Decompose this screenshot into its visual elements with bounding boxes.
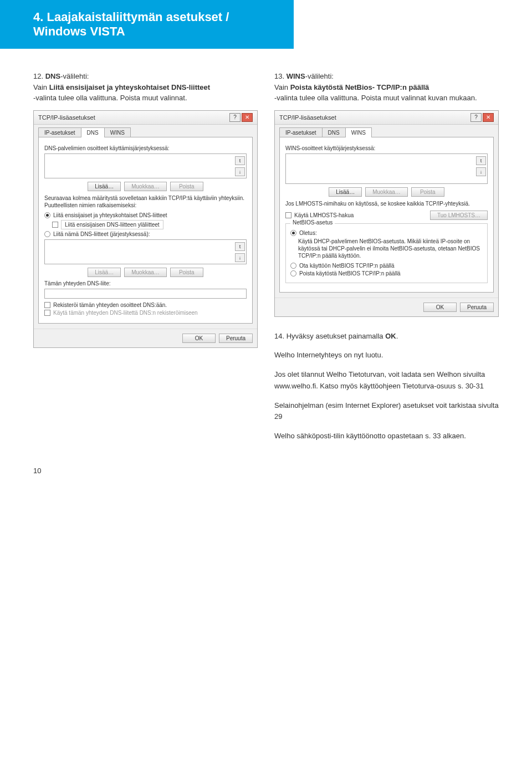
default-desc: Käytä DHCP-palvelimen NetBIOS-asetusta. … — [298, 238, 483, 259]
move-down-icon[interactable]: ↓ — [476, 167, 486, 176]
follow-up-text: 14. Hyväksy asetukset painamalla OK. Wel… — [274, 331, 499, 443]
dns-suffix-label: Tämän yhteyden DNS-liite: — [44, 280, 247, 286]
dns-dialog: TCP/IP-lisäasetukset ? ✕ IP-asetukset DN… — [33, 110, 258, 348]
wins-addresses-label: WINS-osoitteet käyttöjärjestyksessä: — [285, 145, 488, 151]
netbios-group: NetBIOS-asetus Oletus: Käytä DHCP-palvel… — [285, 223, 488, 283]
radio-default[interactable] — [290, 230, 296, 236]
radio-enable-netbios[interactable] — [290, 263, 296, 269]
dns-servers-listbox[interactable]: t ↓ — [44, 153, 247, 178]
dns-suffix-listbox[interactable]: t ↓ — [44, 239, 247, 264]
radio-primary-dns[interactable] — [44, 212, 50, 218]
add-button[interactable]: Lisää… — [88, 182, 121, 191]
close-icon[interactable]: ✕ — [242, 113, 253, 122]
tab-ip-asetukset[interactable]: IP-asetukset — [38, 127, 81, 137]
dns-label: DNS — [45, 72, 60, 80]
left-column: 12. DNS-välilehti: Vain Liitä ensisijais… — [33, 71, 258, 450]
tab-wins[interactable]: WINS — [345, 127, 372, 137]
tab-wins[interactable]: WINS — [104, 127, 131, 137]
step-num: 12. — [33, 72, 45, 80]
step-13-text: 13. WINS-välilehti: Vain Poista käytöstä… — [274, 71, 499, 104]
help-icon[interactable]: ? — [470, 113, 482, 122]
edit-button[interactable]: Muokkaa… — [365, 187, 408, 197]
radio-disable-netbios[interactable] — [290, 270, 296, 276]
check-register-dns[interactable] — [44, 302, 50, 308]
check-use-suffix-dns[interactable] — [44, 310, 50, 316]
wins-label: WINS — [287, 72, 305, 80]
ok-button[interactable]: OK — [182, 334, 216, 343]
remove-button[interactable]: Poista — [170, 182, 203, 191]
tab-dns[interactable]: DNS — [322, 127, 346, 137]
tab-ip-asetukset[interactable]: IP-asetukset — [279, 127, 323, 137]
move-up-icon[interactable]: t — [476, 156, 486, 165]
help-icon[interactable]: ? — [229, 113, 241, 122]
edit-button[interactable]: Muokkaa… — [124, 268, 167, 277]
check-lmhosts[interactable] — [285, 212, 291, 218]
dns-servers-label: DNS-palvelimien osoitteet käyttämisjärje… — [44, 145, 247, 151]
edit-button[interactable]: Muokkaa… — [124, 182, 167, 191]
page-heading: 4. Laajakaistaliittymän asetukset / Wind… — [0, 0, 294, 49]
cancel-button[interactable]: Peruuta — [219, 334, 253, 343]
page-number: 10 — [0, 450, 532, 475]
lmhosts-para: Jos LMHOSTS-nimihaku on käytössä, se kos… — [285, 200, 488, 207]
move-up-icon[interactable]: t — [235, 242, 245, 251]
remove-button[interactable]: Poista — [170, 268, 203, 277]
dialog-title: TCP/IP-lisäasetukset — [38, 114, 229, 121]
wins-dialog: TCP/IP-lisäasetukset ? ✕ IP-asetukset DN… — [274, 110, 499, 317]
import-lmhosts-button[interactable]: Tuo LMHOSTS… — [430, 211, 488, 220]
remove-button[interactable]: Poista — [411, 187, 444, 197]
wins-listbox[interactable]: t ↓ — [285, 153, 488, 184]
right-column: 13. WINS-välilehti: Vain Poista käytöstä… — [274, 71, 499, 450]
step-12-text: 12. DNS-välilehti: Vain Liitä ensisijais… — [33, 71, 258, 104]
dns-para: Seuraavaa kolmea määritystä sovelletaan … — [44, 194, 247, 209]
dns-suffix-input[interactable] — [44, 289, 247, 299]
move-down-icon[interactable]: ↓ — [235, 167, 245, 176]
ok-button[interactable]: OK — [423, 303, 457, 312]
add-button[interactable]: Lisää… — [329, 187, 362, 197]
add-button[interactable]: Lisää… — [88, 268, 121, 277]
cancel-button[interactable]: Peruuta — [460, 303, 494, 312]
move-down-icon[interactable]: ↓ — [235, 253, 245, 262]
check-parent-suffixes[interactable] — [52, 222, 58, 228]
move-up-icon[interactable]: t — [235, 156, 245, 165]
radio-append-these[interactable] — [44, 231, 50, 237]
tab-dns[interactable]: DNS — [81, 127, 105, 137]
dialog-title: TCP/IP-lisäasetukset — [279, 114, 470, 121]
close-icon[interactable]: ✕ — [483, 113, 494, 122]
